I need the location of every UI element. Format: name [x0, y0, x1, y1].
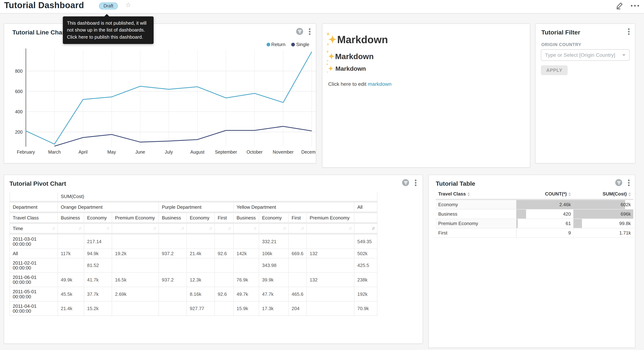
pivot-sort-cell[interactable]: ↓↑	[187, 224, 215, 235]
pivot-value-cell: 343.98	[259, 258, 289, 273]
pivot-table-grid: SUM(Cost)DepartmentOrange DepartmentPurp…	[10, 192, 378, 316]
tooltip-text: This dashboard is not published, it will…	[67, 20, 146, 39]
table-column-header[interactable]: Travel Class	[436, 189, 516, 200]
sort-caret-icon[interactable]	[568, 192, 571, 196]
markdown-edit-link[interactable]: markdown	[368, 82, 392, 87]
y-tick-label: 600	[15, 89, 23, 94]
page-title: Tutorial Dashboard	[4, 0, 84, 10]
sort-arrows-icon[interactable]: ↓↑	[181, 226, 184, 231]
kebab-menu-icon[interactable]	[414, 179, 418, 186]
sort-caret-icon[interactable]	[628, 192, 631, 196]
sort-arrows-icon[interactable]: ↓↑	[228, 226, 230, 231]
pivot-sort-cell[interactable]: ↓↑	[307, 224, 354, 235]
legend-dot	[266, 42, 270, 46]
more-menu-icon[interactable]	[631, 5, 639, 6]
sort-arrows-icon[interactable]: ↓↑	[349, 226, 351, 231]
pivot-value-cell: 142k	[234, 249, 259, 258]
filter-circle-icon[interactable]	[296, 28, 303, 35]
x-tick-label: April	[78, 150, 88, 154]
pivot-sort-cell[interactable]: ↓↑	[159, 224, 187, 235]
x-tick-label: December	[301, 150, 316, 154]
apply-button[interactable]: APPLY	[541, 65, 568, 75]
pivot-value-cell: 49.9k	[58, 273, 84, 287]
pivot-row-label: 2011-05-01 00:00:00	[10, 287, 58, 302]
pivot-metric-header: SUM(Cost)	[58, 192, 377, 202]
pivot-sort-cell[interactable]: ↓↑	[215, 224, 234, 235]
pivot-value-cell: 8.16k	[187, 287, 215, 302]
sum-cost-cell: 99.8k	[574, 219, 634, 228]
pivot-row-label: 2011-04-01 00:00:00	[10, 302, 58, 316]
legend-item-single[interactable]: Single	[291, 42, 309, 47]
edit-dashboard-icon[interactable]	[616, 2, 624, 10]
favorite-star-icon[interactable]: ☆	[125, 2, 131, 8]
pivot-value-cell: 41.7k	[84, 273, 112, 287]
pivot-value-cell	[159, 287, 187, 302]
travel-class-table: Travel ClassCOUNT(*)SUM(Cost)Economy2.46…	[436, 189, 633, 238]
sort-arrows-icon[interactable]: ↓↑	[372, 226, 374, 231]
sort-arrows-icon[interactable]: ↓↑	[52, 226, 55, 231]
pivot-value-cell: 45.5k	[58, 287, 84, 302]
table-card-title: Tutorial Table	[436, 180, 475, 187]
kebab-menu-icon[interactable]	[627, 28, 631, 35]
pivot-value-cell	[289, 273, 307, 287]
draft-badge[interactable]: Draft	[99, 2, 118, 10]
pivot-sort-cell[interactable]: ↓↑	[84, 224, 112, 235]
legend-label: Return	[271, 42, 285, 47]
pivot-sort-cell[interactable]: ↓↑	[354, 224, 378, 235]
sort-arrows-icon[interactable]: ↓↑	[301, 226, 304, 231]
pivot-sort-cell[interactable]: ↓↑	[289, 224, 307, 235]
tooltip-arrow	[104, 14, 110, 17]
pivot-value-cell: 937.2	[159, 249, 187, 258]
table-column-header[interactable]: COUNT(*)	[516, 189, 574, 200]
pivot-value-cell: 132	[307, 273, 354, 287]
pivot-group-header: Orange Department	[58, 202, 159, 213]
kebab-menu-icon[interactable]	[308, 28, 312, 35]
pivot-value-cell: 16.5k	[112, 273, 159, 287]
dashboard-page: Tutorial Dashboard Draft ☆ This dashboar…	[0, 0, 644, 350]
pivot-value-cell	[112, 258, 159, 273]
pivot-sort-cell[interactable]: ↓↑	[259, 224, 289, 235]
pivot-value-cell: 92.6	[215, 287, 234, 302]
pivot-value-cell: 927.77	[187, 302, 215, 316]
filter-circle-icon[interactable]	[615, 179, 622, 186]
pivot-value-cell: 425.5	[354, 258, 378, 273]
pivot-value-cell	[307, 287, 354, 302]
pivot-row-label: 2011-02-01 00:00:00	[10, 258, 58, 273]
travel-class-cell: First	[436, 228, 516, 238]
table-card: Tutorial Table Travel ClassCOUNT(*)SUM(C…	[428, 175, 635, 348]
x-tick-label: August	[190, 150, 204, 154]
pivot-value-cell	[215, 273, 234, 287]
pivot-value-cell: 21.4k	[58, 302, 84, 316]
pivot-value-cell	[215, 234, 234, 249]
pivot-value-cell: 132	[307, 249, 354, 258]
pivot-value-cell: 238k	[354, 273, 378, 287]
sort-arrows-icon[interactable]: ↓↑	[254, 226, 256, 231]
publish-tooltip[interactable]: This dashboard is not published, it will…	[63, 16, 154, 44]
pivot-class-label: Travel Class	[10, 213, 58, 224]
pivot-value-cell	[112, 302, 159, 316]
count-cell: 9	[516, 228, 574, 238]
x-tick-label: February	[17, 150, 35, 154]
x-tick-label: September	[215, 150, 237, 154]
filter-circle-icon[interactable]	[402, 179, 409, 186]
sort-arrows-icon[interactable]: ↓↑	[78, 226, 81, 231]
pivot-sort-cell[interactable]: ↓↑	[112, 224, 159, 235]
pivot-value-cell	[159, 234, 187, 249]
sparkles-icon: ✦✦✦	[328, 52, 335, 61]
pivot-sort-cell[interactable]: ↓↑	[234, 224, 259, 235]
table-column-header[interactable]: SUM(Cost)	[574, 189, 634, 200]
pivot-sort-cell[interactable]: ↓↑	[58, 224, 84, 235]
line-chart-card: Tutorial Line Chart ReturnSingle Februar…	[4, 24, 316, 164]
sort-arrows-icon[interactable]: ↓↑	[209, 226, 212, 231]
travel-class-cell: Economy	[436, 200, 516, 210]
origin-country-select[interactable]: Type or Select [Origin Country]	[541, 49, 630, 61]
sort-arrows-icon[interactable]: ↓↑	[106, 226, 109, 231]
kebab-menu-icon[interactable]	[627, 179, 631, 186]
legend-item-return[interactable]: Return	[266, 42, 285, 47]
pivot-value-cell	[307, 258, 354, 273]
sort-arrows-icon[interactable]: ↓↑	[153, 226, 156, 231]
pivot-row-label: 2011-03-01 00:00:00	[10, 234, 58, 249]
sort-caret-icon[interactable]	[468, 192, 470, 196]
sort-arrows-icon[interactable]: ↓↑	[283, 226, 286, 231]
pivot-time-header[interactable]: Time↓↑	[10, 224, 58, 235]
